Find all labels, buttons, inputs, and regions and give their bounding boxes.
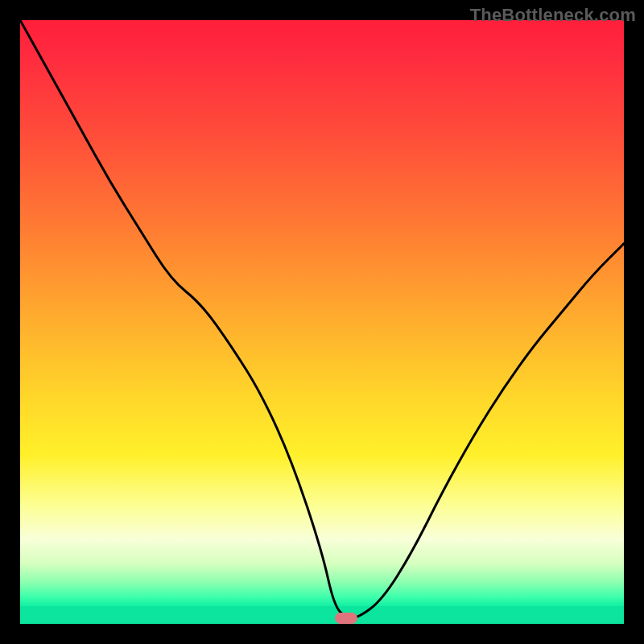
curve-layer: [20, 20, 624, 624]
watermark-text: TheBottleneck.com: [470, 5, 636, 26]
bottleneck-curve-path: [20, 20, 624, 618]
chart-frame: TheBottleneck.com: [0, 0, 644, 644]
plot-area: [20, 20, 624, 624]
optimal-point-marker: [335, 613, 357, 624]
